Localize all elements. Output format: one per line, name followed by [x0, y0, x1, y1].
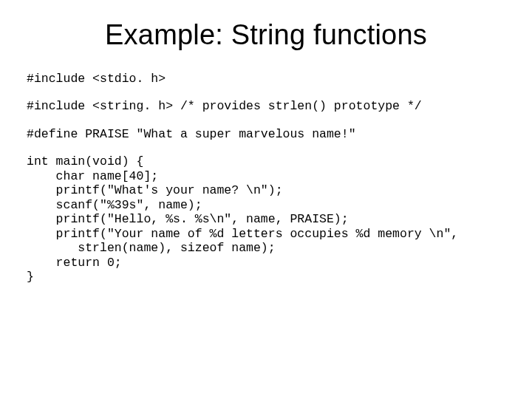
code-include-stdio: #include <stdio. h> — [27, 72, 505, 86]
code-define-praise: #define PRAISE "What a super marvelous n… — [27, 127, 505, 141]
code-main-function: int main(void) { char name[40]; printf("… — [27, 154, 505, 284]
code-include-string: #include <string. h> /* provides strlen(… — [27, 99, 505, 113]
slide-title: Example: String functions — [27, 19, 505, 51]
slide: Example: String functions #include <stdi… — [0, 0, 532, 399]
